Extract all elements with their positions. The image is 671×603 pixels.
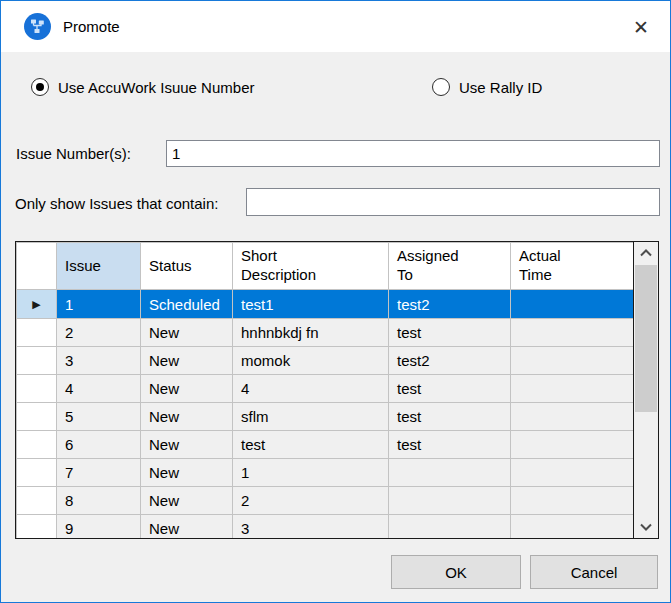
- grid-cell[interactable]: 1: [233, 459, 389, 487]
- grid-row[interactable]: 6Newtesttest: [17, 431, 634, 459]
- filter-label: Only show Issues that contain:: [15, 195, 218, 212]
- grid-cell[interactable]: 5: [57, 403, 141, 431]
- row-selector[interactable]: [17, 515, 57, 539]
- grid-cell[interactable]: [511, 459, 634, 487]
- grid-cell[interactable]: 2: [233, 487, 389, 515]
- grid-cell[interactable]: New: [141, 403, 233, 431]
- title-bar: Promote ✕: [1, 1, 670, 52]
- grid-body: ▶1Scheduledtest1test22Newhnhnbkdj fntest…: [17, 290, 634, 539]
- grid-row[interactable]: 2Newhnhnbkdj fntest: [17, 319, 634, 347]
- current-row-arrow-icon: ▶: [32, 298, 40, 310]
- grid-cell[interactable]: 7: [57, 459, 141, 487]
- grid-row[interactable]: 3Newmomoktest2: [17, 347, 634, 375]
- grid-cell[interactable]: sflm: [233, 403, 389, 431]
- grid-cell[interactable]: 8: [57, 487, 141, 515]
- grid-table-area: IssueStatusShort DescriptionAssigned ToA…: [16, 242, 633, 538]
- grid-cell[interactable]: New: [141, 347, 233, 375]
- radio-rally-circle-icon[interactable]: [432, 78, 450, 96]
- grid-cell[interactable]: [511, 347, 634, 375]
- grid-cell[interactable]: [511, 487, 634, 515]
- window-title: Promote: [63, 18, 120, 35]
- grid-cell[interactable]: New: [141, 431, 233, 459]
- grid-header-row: IssueStatusShort DescriptionAssigned ToA…: [17, 243, 634, 290]
- filter-input[interactable]: [246, 188, 660, 216]
- scroll-down-icon[interactable]: [634, 516, 658, 538]
- cancel-button[interactable]: Cancel: [530, 555, 658, 589]
- grid-cell[interactable]: New: [141, 487, 233, 515]
- grid-cell[interactable]: test: [389, 319, 511, 347]
- grid-cell[interactable]: 4: [233, 375, 389, 403]
- grid-cell[interactable]: 3: [233, 515, 389, 539]
- grid-cell[interactable]: [511, 375, 634, 403]
- row-selector[interactable]: [17, 319, 57, 347]
- grid-cell[interactable]: test: [233, 431, 389, 459]
- grid-cell[interactable]: [511, 319, 634, 347]
- grid-cell[interactable]: 1: [57, 290, 141, 319]
- grid-cell[interactable]: New: [141, 515, 233, 539]
- grid-cell[interactable]: [511, 403, 634, 431]
- grid-cell[interactable]: 4: [57, 375, 141, 403]
- grid-cell[interactable]: test2: [389, 290, 511, 319]
- column-header[interactable]: Short Description: [233, 243, 389, 290]
- radio-rally[interactable]: Use Rally ID: [432, 78, 542, 96]
- column-header[interactable]: Status: [141, 243, 233, 290]
- grid-row[interactable]: 8New2: [17, 487, 634, 515]
- row-selector[interactable]: [17, 487, 57, 515]
- grid-cell[interactable]: [389, 487, 511, 515]
- grid-cell[interactable]: test1: [233, 290, 389, 319]
- grid-row[interactable]: 5Newsflmtest: [17, 403, 634, 431]
- row-selector[interactable]: [17, 347, 57, 375]
- grid-row[interactable]: 9New3: [17, 515, 634, 539]
- grid-cell[interactable]: 9: [57, 515, 141, 539]
- grid-cell[interactable]: test: [389, 375, 511, 403]
- grid-cell[interactable]: Scheduled: [141, 290, 233, 319]
- row-selector[interactable]: [17, 431, 57, 459]
- grid-cell[interactable]: [511, 290, 634, 319]
- column-header[interactable]: Issue: [57, 243, 141, 290]
- issue-number-label: Issue Number(s):: [16, 145, 131, 162]
- issues-grid: IssueStatusShort DescriptionAssigned ToA…: [15, 241, 659, 539]
- grid-row[interactable]: ▶1Scheduledtest1test2: [17, 290, 634, 319]
- row-selector-header: [17, 243, 57, 290]
- grid-cell[interactable]: test2: [389, 347, 511, 375]
- row-selector[interactable]: ▶: [17, 290, 57, 319]
- radio-accuwork-label: Use AccuWork Isuue Number: [58, 79, 254, 96]
- grid-cell[interactable]: [389, 459, 511, 487]
- ok-button[interactable]: OK: [391, 555, 521, 589]
- grid-cell[interactable]: test: [389, 431, 511, 459]
- scroll-up-icon[interactable]: [634, 242, 658, 264]
- grid-cell[interactable]: test: [389, 403, 511, 431]
- grid-row[interactable]: 4New4test: [17, 375, 634, 403]
- grid-cell[interactable]: [511, 431, 634, 459]
- grid-cell[interactable]: momok: [233, 347, 389, 375]
- promote-app-icon: [24, 13, 51, 40]
- grid-cell[interactable]: [389, 515, 511, 539]
- grid-cell[interactable]: [511, 515, 634, 539]
- column-header[interactable]: Assigned To: [389, 243, 511, 290]
- grid-cell[interactable]: hnhnbkdj fn: [233, 319, 389, 347]
- grid-cell[interactable]: New: [141, 375, 233, 403]
- grid-cell[interactable]: 3: [57, 347, 141, 375]
- vertical-scrollbar[interactable]: [633, 242, 658, 538]
- promote-dialog: { "window": { "title": "Promote", "close…: [0, 0, 671, 603]
- grid-cell[interactable]: 6: [57, 431, 141, 459]
- grid-cell[interactable]: New: [141, 459, 233, 487]
- scrollbar-thumb[interactable]: [635, 265, 657, 412]
- radio-accuwork-circle-icon[interactable]: [31, 78, 49, 96]
- grid-cell[interactable]: New: [141, 319, 233, 347]
- issues-table: IssueStatusShort DescriptionAssigned ToA…: [16, 242, 633, 538]
- close-icon[interactable]: ✕: [624, 11, 658, 43]
- issue-number-input[interactable]: [166, 140, 660, 167]
- row-selector[interactable]: [17, 375, 57, 403]
- row-selector[interactable]: [17, 459, 57, 487]
- issue-source-options: Use AccuWork Isuue Number Use Rally ID: [1, 78, 670, 98]
- grid-cell[interactable]: 2: [57, 319, 141, 347]
- grid-row[interactable]: 7New1: [17, 459, 634, 487]
- row-selector[interactable]: [17, 403, 57, 431]
- radio-accuwork[interactable]: Use AccuWork Isuue Number: [31, 78, 254, 96]
- column-header[interactable]: Actual Time: [511, 243, 634, 290]
- radio-rally-label: Use Rally ID: [459, 79, 542, 96]
